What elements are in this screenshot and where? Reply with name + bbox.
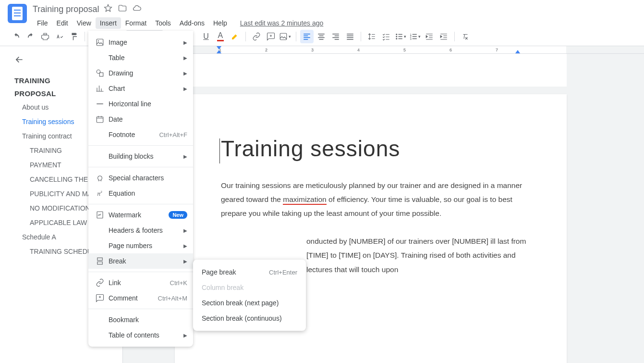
svg-rect-11: [97, 117, 103, 123]
align-justify-button[interactable]: [343, 30, 357, 43]
svg-text:3: 3: [410, 37, 412, 40]
insert-comment-button[interactable]: [264, 30, 278, 43]
indent-increase-button[interactable]: [437, 30, 450, 43]
undo-button[interactable]: [10, 30, 23, 43]
titlebar: Training proposal File Edit View Insert …: [0, 0, 644, 27]
insert-menu-footnote[interactable]: FootnoteCtrl+Alt+F: [88, 127, 193, 142]
body-paragraph-1: Our training sessions are meticulously p…: [221, 178, 532, 221]
insert-menu-drawing[interactable]: Drawing▶: [88, 65, 193, 81]
insert-menu-page-numbers[interactable]: Page numbers▶: [88, 238, 193, 253]
insert-menu-chart[interactable]: Chart▶: [88, 81, 193, 96]
insert-link-button[interactable]: [250, 30, 263, 43]
align-right-button[interactable]: [329, 30, 342, 43]
star-icon[interactable]: [104, 4, 112, 14]
text-color-button[interactable]: A: [214, 30, 227, 43]
paint-format-button[interactable]: [67, 30, 81, 43]
right-indent-marker[interactable]: [515, 50, 520, 53]
menu-edit[interactable]: Edit: [52, 17, 73, 29]
move-icon[interactable]: [118, 4, 127, 14]
bullet-list-button[interactable]: ▾: [394, 30, 407, 43]
docs-logo[interactable]: [8, 4, 27, 23]
insert-image-button[interactable]: ▾: [279, 30, 292, 43]
doc-title[interactable]: Training proposal: [33, 4, 99, 14]
menu-file[interactable]: File: [33, 17, 52, 29]
menu-bar: File Edit View Insert Format Tools Add-o…: [33, 17, 636, 29]
break-page-break[interactable]: Page breakCtrl+Enter: [193, 264, 306, 280]
break-section-break-continuous-[interactable]: Section break (continuous): [193, 311, 306, 326]
insert-menu-watermark[interactable]: WatermarkNew: [88, 207, 193, 223]
menu-view[interactable]: View: [73, 17, 96, 29]
insert-menu-special-characters[interactable]: Special characters: [88, 170, 193, 186]
cloud-icon[interactable]: [133, 4, 141, 14]
svg-rect-10: [99, 73, 103, 76]
insert-menu-equation[interactable]: π2Equation: [88, 186, 193, 201]
svg-point-1: [396, 34, 397, 35]
menu-addons[interactable]: Add-ons: [175, 17, 209, 29]
redo-button[interactable]: [24, 30, 37, 43]
spellcheck-button[interactable]: [53, 30, 66, 43]
svg-point-8: [98, 40, 99, 41]
menu-tools[interactable]: Tools: [151, 17, 175, 29]
insert-menu-horizontal-line[interactable]: Horizontal line: [88, 96, 193, 112]
insert-menu-link[interactable]: LinkCtrl+K: [88, 275, 193, 290]
insert-menu-bookmark[interactable]: Bookmark: [88, 312, 193, 327]
svg-rect-0: [280, 33, 287, 40]
align-left-button[interactable]: [300, 30, 314, 43]
numbered-list-button[interactable]: 123▾: [408, 30, 422, 43]
svg-rect-16: [97, 262, 103, 264]
last-edit-link[interactable]: Last edit was 2 minutes ago: [240, 19, 324, 27]
insert-menu-table[interactable]: Table▶: [88, 50, 193, 65]
horizontal-ruler: 1234567: [115, 46, 644, 54]
insert-menu-headers-footers[interactable]: Headers & footers▶: [88, 223, 193, 238]
underline-button[interactable]: U: [199, 30, 213, 43]
menu-help[interactable]: Help: [209, 17, 231, 29]
svg-text:2: 2: [101, 190, 103, 193]
break-submenu: Page breakCtrl+EnterColumn breakSection …: [193, 260, 306, 331]
insert-menu-dropdown: Image▶Table▶Drawing▶Chart▶Horizontal lin…: [88, 31, 193, 347]
break-column-break: Column break: [193, 280, 306, 295]
svg-rect-15: [97, 258, 103, 260]
page-heading: Training sessions: [221, 137, 532, 161]
insert-menu-date[interactable]: Date: [88, 112, 193, 127]
menu-insert[interactable]: Insert: [96, 17, 121, 29]
line-spacing-button[interactable]: [365, 30, 378, 43]
insert-menu-building-blocks[interactable]: Building blocks▶: [88, 149, 193, 164]
indent-decrease-button[interactable]: [423, 30, 436, 43]
insert-menu-table-of-contents[interactable]: Table of contents▶: [88, 327, 193, 343]
insert-menu-image[interactable]: Image▶: [88, 35, 193, 50]
insert-menu-comment[interactable]: CommentCtrl+Alt+M: [88, 290, 193, 306]
break-section-break-next-page-[interactable]: Section break (next page): [193, 295, 306, 311]
insert-menu-break[interactable]: Break▶: [88, 253, 193, 269]
checklist-button[interactable]: [379, 30, 393, 43]
align-center-button[interactable]: [315, 30, 328, 43]
svg-point-3: [396, 38, 397, 39]
menu-format[interactable]: Format: [121, 17, 151, 29]
print-button[interactable]: [38, 30, 52, 43]
svg-point-2: [396, 36, 397, 37]
clear-format-button[interactable]: [459, 30, 472, 43]
highlight-button[interactable]: [228, 30, 242, 43]
svg-rect-7: [97, 39, 103, 46]
